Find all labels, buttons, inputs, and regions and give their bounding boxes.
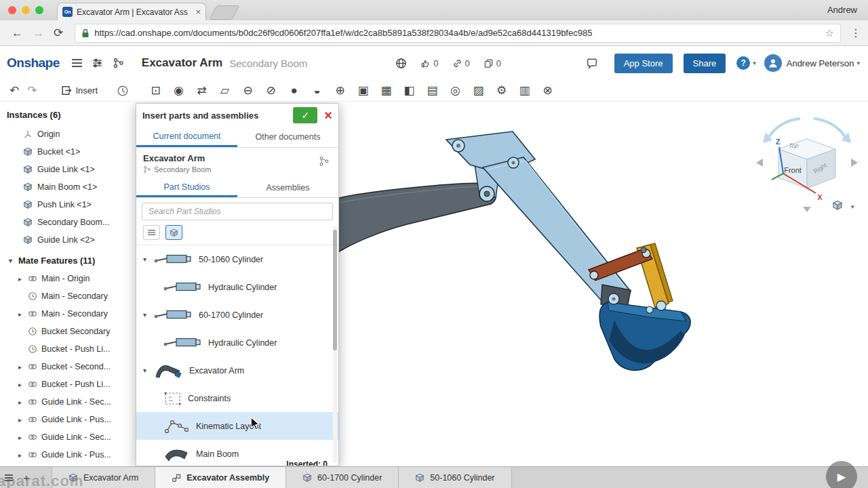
mate-row[interactable]: ▸ Guide Link - Pus... — [0, 411, 136, 428]
url-text[interactable]: https://cad.onshape.com/documents/b0dc26… — [94, 28, 592, 38]
links-counter[interactable]: 0 — [452, 58, 470, 68]
slider-mate-icon[interactable]: ⇄ — [194, 83, 210, 99]
view-cube[interactable]: Top Front Right Z X ▾ — [749, 105, 865, 220]
browser-tab[interactable]: On Excavator Arm | Excavator Ass × — [57, 3, 206, 20]
expand-caret-icon[interactable]: ▸ — [16, 416, 24, 424]
tab-part-studios[interactable]: Part Studios — [136, 178, 237, 197]
fastened-mate-icon[interactable]: ⊡ — [148, 83, 163, 99]
reload-icon[interactable]: ⟳ — [54, 27, 63, 39]
zoom-window-button[interactable] — [35, 6, 43, 14]
snap-mode-icon[interactable]: ◧ — [401, 83, 417, 99]
user-name[interactable]: Andrew Peterson — [787, 58, 854, 68]
revolute-mate-icon[interactable]: ◉ — [171, 83, 186, 99]
app-store-button[interactable]: App Store — [614, 54, 673, 73]
yellow-link[interactable] — [637, 243, 673, 308]
user-menu-caret-icon[interactable]: ▾ — [856, 60, 860, 66]
likes-counter[interactable]: 0 — [420, 58, 438, 68]
pin-slot-mate-icon[interactable]: ⊘ — [263, 83, 279, 99]
studio-row-60-1700[interactable]: ▾ 60-1700 Cylinder — [136, 301, 338, 329]
undo-icon[interactable]: ↶ — [9, 85, 19, 96]
version-graph-icon[interactable] — [319, 156, 330, 167]
studio-row-50-1060[interactable]: ▾ 50-1060 Cylinder — [136, 245, 338, 273]
main-boom[interactable] — [337, 183, 496, 253]
workspace-name[interactable]: Secondary Boom — [229, 58, 307, 69]
tab-excavator-arm[interactable]: Excavator Arm — [52, 467, 155, 488]
mate-row[interactable]: Bucket - Push Li... — [0, 340, 136, 358]
cylindrical-mate-icon[interactable]: ⊖ — [240, 83, 256, 99]
group-icon[interactable]: ▣ — [355, 83, 371, 99]
mate-row[interactable]: ▸ Bucket - Push Li... — [0, 375, 136, 393]
tab-manager-icon[interactable] — [0, 467, 18, 488]
linear-pattern-icon[interactable]: ▤ — [425, 83, 440, 99]
planar-mate-icon[interactable]: ▱ — [217, 83, 233, 99]
expand-caret-icon[interactable]: ▸ — [16, 399, 24, 406]
minimize-window-button[interactable] — [22, 6, 30, 14]
mate-row[interactable]: ▸ Main - Secondary — [0, 305, 136, 323]
link-joints[interactable] — [590, 247, 666, 313]
relation-icon[interactable]: ▦ — [378, 83, 394, 99]
expand-caret-icon[interactable]: ▸ — [16, 434, 24, 441]
instance-guide-link-2[interactable]: Guide Link <2> — [0, 231, 136, 249]
public-globe-icon[interactable] — [395, 58, 407, 69]
main-menu-icon[interactable] — [72, 59, 82, 67]
instance-origin[interactable]: Origin — [0, 125, 136, 143]
grouped-list-toggle[interactable] — [165, 225, 182, 240]
expand-caret-icon[interactable]: ▸ — [16, 310, 24, 318]
copies-counter[interactable]: 0 — [484, 58, 501, 68]
close-window-button[interactable] — [8, 6, 16, 14]
tab-close-icon[interactable]: × — [195, 7, 201, 17]
help-caret-icon[interactable]: ▾ — [753, 60, 756, 66]
part-row-kinematic-layout[interactable]: Kinematic Layout — [136, 412, 338, 440]
expand-caret-icon[interactable]: ▸ — [16, 363, 24, 371]
instance-secondary-boom[interactable]: Secondary Boom... — [0, 214, 136, 231]
tab-excavator-assembly[interactable]: Excavator Assembly — [155, 467, 286, 488]
dialog-scrollbar-thumb[interactable] — [333, 230, 337, 350]
accept-button[interactable]: ✓ — [293, 107, 317, 123]
instance-main-boom[interactable]: Main Boom <1> — [0, 178, 136, 196]
share-button[interactable]: Share — [684, 54, 726, 73]
mate-row[interactable]: ▸ Guide Link - Sec... — [0, 393, 136, 411]
boom-joint[interactable] — [452, 140, 519, 201]
new-element-button[interactable]: + — [18, 467, 35, 488]
part-row-constraints[interactable]: Constraints — [136, 384, 338, 412]
explode-view-icon[interactable]: ⊗ — [540, 83, 555, 99]
expand-caret-icon[interactable]: ▸ — [16, 381, 24, 388]
mate-row[interactable]: ▸ Bucket - Second... — [0, 358, 136, 375]
back-icon[interactable]: ← — [12, 27, 23, 39]
forward-icon[interactable]: → — [33, 27, 44, 39]
onshape-logo[interactable]: Onshape — [7, 56, 60, 70]
mate-row[interactable]: ▸ Guide Link - Sec... — [0, 428, 136, 446]
tab-other-documents[interactable]: Other documents — [237, 127, 338, 147]
tangent-mate-icon[interactable]: ◒ — [309, 83, 325, 99]
browser-profile-name[interactable]: Andrew — [827, 5, 857, 15]
mate-features-header[interactable]: ▾ Mate Features (11) — [0, 249, 136, 270]
collapse-caret-icon[interactable]: ▾ — [141, 256, 149, 263]
redo-icon[interactable]: ↷ — [27, 85, 37, 96]
instance-guide-link-1[interactable]: Guide Link <1> — [0, 161, 136, 178]
collapse-caret-icon[interactable]: ▾ — [7, 257, 14, 264]
feature-list-icon[interactable] — [92, 58, 103, 68]
secondary-boom[interactable] — [446, 131, 631, 309]
mate-row[interactable]: ▸ Guide Link - Pus... — [0, 446, 136, 464]
tab-60-1700-cylinder[interactable]: 60-1700 Cylinder — [286, 467, 399, 488]
circular-pattern-icon[interactable]: ◎ — [448, 83, 463, 99]
instances-header[interactable]: Instances (6) — [0, 102, 136, 125]
avatar[interactable] — [764, 54, 782, 72]
bookmark-star-icon[interactable]: ☆ — [825, 27, 834, 39]
mate-row[interactable]: ▸ Main - Origin — [0, 270, 136, 287]
studio-row-excavator-arm[interactable]: ▾ Excavator Arm — [136, 357, 338, 384]
view-cube-front-label[interactable]: Front — [784, 166, 802, 174]
configurations-gear-icon[interactable]: ⚙ — [494, 83, 509, 99]
instance-push-link[interactable]: Push Link <1> — [0, 196, 136, 214]
part-row-hydraulic-cylinder-1[interactable]: Hydraulic Cylinder — [136, 273, 338, 301]
view-cube-body[interactable] — [778, 139, 835, 188]
instance-bucket[interactable]: Bucket <1> — [0, 143, 136, 161]
tab-assemblies[interactable]: Assemblies — [237, 178, 338, 197]
tab-current-document[interactable]: Current document — [136, 127, 237, 147]
mate-connector-icon[interactable]: ⊕ — [332, 83, 348, 99]
new-tab-button[interactable] — [209, 5, 239, 20]
expand-caret-icon[interactable]: ▸ — [16, 451, 24, 459]
expand-caret-icon[interactable]: ▸ — [16, 275, 24, 283]
snapshot-clock-icon[interactable] — [117, 85, 129, 97]
help-button[interactable]: ? — [736, 56, 750, 70]
